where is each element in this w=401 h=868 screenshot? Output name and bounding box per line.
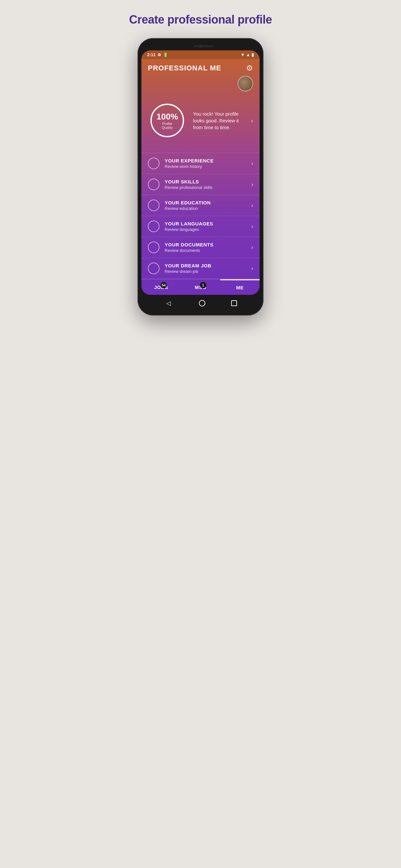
signal-icon: ▲	[246, 52, 250, 57]
battery-status-icon: 🔋	[163, 53, 168, 57]
bottom-nav: JOBS 54 MSG 1 ME	[142, 279, 259, 295]
back-button[interactable]: ◁	[164, 299, 173, 308]
phone-camera	[199, 44, 202, 48]
settings-status-icon: ⚙	[158, 53, 161, 57]
menu-arrow-dreamjob: ›	[251, 265, 253, 272]
status-bar: 2:11 ⚙ 🔋 ▼ ▲ ▮	[142, 51, 259, 59]
phone-screen: 2:11 ⚙ 🔋 ▼ ▲ ▮ PROFESSIONAL ME ⚙	[142, 51, 259, 295]
menu-title-experience: YOUR EXPERIENCE	[165, 158, 251, 163]
recent-button[interactable]	[231, 300, 237, 306]
battery-icon: ▮	[251, 52, 254, 57]
profile-label: Profile Quality	[157, 122, 178, 129]
wifi-icon: ▼	[241, 52, 245, 57]
nav-item-me[interactable]: ME	[220, 279, 259, 295]
nav-item-jobs[interactable]: JOBS 54	[142, 279, 181, 295]
menu-circle-documents	[148, 242, 159, 253]
menu-circle-languages	[148, 221, 159, 232]
nav-item-msg[interactable]: MSG 1	[181, 279, 220, 295]
menu-circle-education	[148, 199, 159, 211]
menu-text-documents: YOUR DOCUMENTS Review documents	[165, 242, 251, 253]
menu-item-education[interactable]: YOUR EDUCATION Review education ›	[142, 195, 259, 216]
status-time: 2:11	[147, 52, 156, 57]
app-title: PROFESSIONAL ME	[148, 64, 221, 72]
status-left: 2:11 ⚙ 🔋	[147, 52, 168, 57]
profile-quality-section[interactable]: 100% Profile Quality You rock! Your prof…	[142, 95, 259, 150]
menu-text-experience: YOUR EXPERIENCE Review work history	[165, 158, 251, 169]
menu-title-dreamjob: YOUR DREAM JOB	[165, 263, 251, 268]
phone-notch	[142, 42, 259, 51]
page-title: Create professional profile	[129, 13, 272, 27]
menu-title-skills: YOUR SKILLS	[165, 179, 251, 184]
avatar[interactable]	[238, 76, 253, 91]
avatar-image	[238, 76, 252, 91]
menu-title-documents: YOUR DOCUMENTS	[165, 242, 251, 247]
menu-arrow-education: ›	[251, 202, 253, 209]
android-nav-bar: ◁	[142, 295, 259, 310]
menu-item-documents[interactable]: YOUR DOCUMENTS Review documents ›	[142, 237, 259, 258]
menu-subtitle-experience: Review work history	[165, 164, 251, 169]
phone-frame: 2:11 ⚙ 🔋 ▼ ▲ ▮ PROFESSIONAL ME ⚙	[137, 38, 264, 315]
menu-text-dreamjob: YOUR DREAM JOB Review dream job	[165, 263, 251, 274]
menu-title-languages: YOUR LANGUAGES	[165, 221, 251, 226]
menu-arrow-experience: ›	[251, 160, 253, 167]
menu-subtitle-skills: Review professional skills	[165, 185, 251, 190]
menu-item-skills[interactable]: YOUR SKILLS Review professional skills ›	[142, 174, 259, 195]
menu-list: YOUR EXPERIENCE Review work history › YO…	[142, 153, 259, 279]
profile-percent: 100%	[157, 112, 178, 122]
menu-circle-experience	[148, 158, 159, 169]
menu-title-education: YOUR EDUCATION	[165, 200, 251, 206]
menu-subtitle-documents: Review documents	[165, 248, 251, 253]
menu-text-education: YOUR EDUCATION Review education	[165, 200, 251, 211]
menu-item-languages[interactable]: YOUR LANGUAGES Review languages ›	[142, 216, 259, 237]
menu-text-languages: YOUR LANGUAGES Review languages	[165, 221, 251, 232]
settings-icon[interactable]: ⚙	[246, 64, 253, 73]
menu-item-dreamjob[interactable]: YOUR DREAM JOB Review dream job ›	[142, 258, 259, 279]
menu-subtitle-dreamjob: Review dream job	[165, 269, 251, 274]
menu-arrow-documents: ›	[251, 244, 253, 251]
menu-text-skills: YOUR SKILLS Review professional skills	[165, 179, 251, 190]
nav-badge-msg: 1	[200, 282, 206, 288]
avatar-area	[142, 76, 259, 95]
profile-quality-circle: 100% Profile Quality	[148, 101, 187, 140]
profile-message-arrow[interactable]: ›	[248, 117, 253, 124]
menu-subtitle-languages: Review languages	[165, 227, 251, 232]
menu-subtitle-education: Review education	[165, 206, 251, 211]
circle-text: 100% Profile Quality	[157, 112, 178, 129]
menu-arrow-skills: ›	[251, 181, 253, 188]
home-button[interactable]	[199, 300, 205, 306]
nav-badge-jobs: 54	[160, 282, 167, 288]
nav-label-me: ME	[236, 285, 244, 290]
profile-message: You rock! Your profile looks good. Revie…	[193, 111, 242, 131]
phone-speaker	[194, 45, 213, 47]
status-right: ▼ ▲ ▮	[241, 52, 254, 57]
menu-arrow-languages: ›	[251, 223, 253, 230]
menu-circle-skills	[148, 179, 159, 190]
menu-circle-dreamjob	[148, 262, 159, 274]
menu-item-experience[interactable]: YOUR EXPERIENCE Review work history ›	[142, 153, 259, 174]
app-header: PROFESSIONAL ME ⚙	[142, 59, 259, 76]
